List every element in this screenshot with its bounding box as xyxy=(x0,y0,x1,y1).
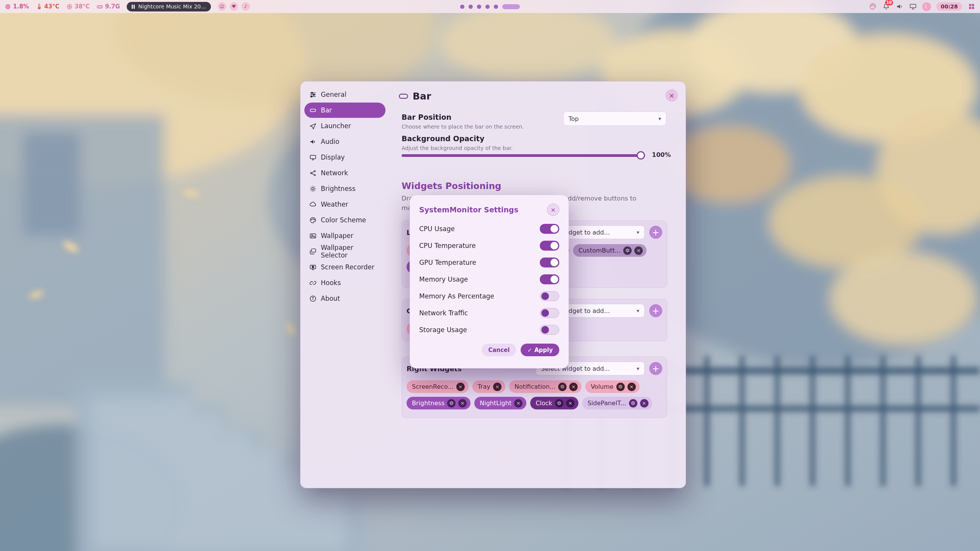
chip-remove-icon[interactable]: × xyxy=(456,383,465,391)
sidebar-item-network[interactable]: Network xyxy=(304,165,385,181)
slider-handle[interactable] xyxy=(637,151,645,160)
chip-remove-icon[interactable]: × xyxy=(458,399,467,408)
workspace-dot[interactable] xyxy=(494,5,498,9)
workspace-dot[interactable] xyxy=(477,5,481,9)
bar-position-dropdown[interactable]: Top ▾ xyxy=(563,111,666,126)
chip-label: CustomButt... xyxy=(578,247,621,254)
sidebar-item-bar[interactable]: Bar xyxy=(304,103,385,118)
sidebar-item-color-scheme[interactable]: Color Scheme xyxy=(304,212,385,228)
color-picker-button[interactable] xyxy=(869,3,877,11)
display-button[interactable] xyxy=(909,3,917,11)
memory-value: 9.7G xyxy=(105,3,120,10)
chip-remove-icon[interactable]: × xyxy=(566,399,575,408)
cpu-icon xyxy=(5,3,11,10)
workspace-dot[interactable] xyxy=(469,5,473,9)
chip-remove-icon[interactable]: × xyxy=(569,383,578,391)
notifications-button[interactable]: 10 xyxy=(882,3,890,11)
chip-label: Clock xyxy=(536,399,552,407)
toggle-row-storage-usage: Storage Usage xyxy=(419,321,559,338)
check-icon: ✓ xyxy=(527,347,532,354)
apply-button[interactable]: ✓ Apply xyxy=(521,344,559,356)
chip-label: Tray xyxy=(478,383,490,390)
sidebar-item-general[interactable]: General xyxy=(304,87,385,102)
widget-chip-clock[interactable]: Clock⚙× xyxy=(530,397,578,409)
bar-quick-button-2[interactable]: ♥ xyxy=(230,2,238,11)
toggle-memory-as-percentage[interactable] xyxy=(540,291,559,301)
sidebar-item-screen-recorder[interactable]: Screen Recorder xyxy=(304,259,385,275)
sidebar-item-label: Weather xyxy=(321,201,348,208)
chip-remove-icon[interactable]: × xyxy=(640,399,648,408)
chip-settings-icon[interactable]: ⚙ xyxy=(558,383,567,391)
bar-quick-button-3[interactable]: ♪ xyxy=(242,2,250,11)
memory-module[interactable]: 9.7G xyxy=(96,3,120,10)
workspace-dot[interactable] xyxy=(485,5,490,9)
window-close-button[interactable]: × xyxy=(665,89,678,102)
gpu-temp-module[interactable]: 38°C xyxy=(66,3,90,10)
chip-settings-icon[interactable]: ⚙ xyxy=(555,399,564,408)
slider-fill xyxy=(402,154,644,157)
sidebar-item-launcher[interactable]: Launcher xyxy=(304,118,385,134)
modal-close-button[interactable]: × xyxy=(547,204,559,216)
clock-module[interactable]: 00:28 xyxy=(936,2,962,11)
sidebar-item-wallpaper-selector[interactable]: Wallpaper Selector xyxy=(304,244,385,259)
chip-settings-icon[interactable]: ⚙ xyxy=(623,246,632,255)
sidebar-item-wallpaper[interactable]: Wallpaper xyxy=(304,228,385,243)
toggle-thumb xyxy=(550,276,558,283)
opacity-value: 100% xyxy=(652,151,671,158)
chip-settings-icon[interactable]: ⚙ xyxy=(629,399,637,408)
hook-icon xyxy=(309,279,317,287)
chip-settings-icon[interactable]: ⚙ xyxy=(616,383,625,391)
left-widgets-add-button[interactable]: + xyxy=(649,226,662,239)
sidebar-item-hooks[interactable]: Hooks xyxy=(304,275,385,290)
widget-chip-volume[interactable]: Volume⚙× xyxy=(585,380,640,393)
app-launcher-button[interactable] xyxy=(967,3,975,11)
toggle-thumb xyxy=(550,242,558,249)
chip-settings-icon[interactable]: ⚙ xyxy=(447,399,456,408)
chip-remove-icon[interactable]: × xyxy=(627,383,636,391)
chip-label: ScreenReco... xyxy=(412,383,454,390)
center-widgets-add-button[interactable]: + xyxy=(649,304,662,317)
cancel-button[interactable]: Cancel xyxy=(482,344,516,356)
toggle-storage-usage[interactable] xyxy=(540,325,559,335)
status-bar: 1.8% 43°C 38°C 9.7G Nightcore Music Mix … xyxy=(0,0,980,13)
widget-chip-brightness[interactable]: Brightness⚙× xyxy=(407,397,470,409)
sidebar-item-about[interactable]: About xyxy=(304,291,385,306)
network-icon xyxy=(309,170,317,177)
widget-chip-sidepanelt[interactable]: SidePanelT...⚙× xyxy=(582,397,652,409)
bar-quick-button-1[interactable]: ☺ xyxy=(218,2,226,11)
toggle-cpu-usage[interactable] xyxy=(540,224,559,234)
widgets-positioning-title: Widgets Positioning xyxy=(402,181,501,191)
chip-remove-icon[interactable]: × xyxy=(514,399,523,408)
widget-chip-screenreco[interactable]: ScreenReco...× xyxy=(407,380,469,393)
toggle-cpu-temperature[interactable] xyxy=(540,241,559,251)
toggle-thumb xyxy=(541,309,549,317)
chip-remove-icon[interactable]: × xyxy=(634,246,643,255)
sidebar-item-brightness[interactable]: Brightness xyxy=(304,181,385,196)
cpu-temp-module[interactable]: 43°C xyxy=(36,3,59,10)
sidebar-item-audio[interactable]: Audio xyxy=(304,134,385,149)
toggle-gpu-temperature[interactable] xyxy=(540,258,559,267)
toggle-memory-usage[interactable] xyxy=(540,274,559,284)
opacity-slider[interactable] xyxy=(402,152,644,159)
bar-quick-buttons: ☺♥♪ xyxy=(218,2,250,11)
night-light-toggle[interactable]: ☾ xyxy=(922,2,931,11)
media-player-module[interactable]: Nightcore Music Mix 20... xyxy=(127,2,211,11)
palette-icon xyxy=(309,217,317,224)
cpu-usage-module[interactable]: 1.8% xyxy=(5,3,29,10)
toggle-row-gpu-temperature: GPU Temperature xyxy=(419,254,559,271)
images-icon xyxy=(309,248,317,255)
widget-chip-notification[interactable]: Notification...⚙× xyxy=(509,380,581,393)
volume-button[interactable] xyxy=(895,3,903,11)
sidebar-item-label: Display xyxy=(321,153,345,161)
sidebar-item-weather[interactable]: Weather xyxy=(304,197,385,212)
widget-chip-custombutt[interactable]: CustomButt...⚙× xyxy=(573,244,647,257)
widget-chip-nightlight[interactable]: NightLight× xyxy=(474,397,526,409)
chip-remove-icon[interactable]: × xyxy=(493,383,501,391)
right-widgets-add-button[interactable]: + xyxy=(649,362,662,375)
workspace-active-pill[interactable] xyxy=(502,4,520,9)
widget-chip-tray[interactable]: Tray× xyxy=(472,380,505,393)
sidebar-item-display[interactable]: Display xyxy=(304,150,385,165)
cpu-usage-value: 1.8% xyxy=(13,3,29,10)
workspace-dot[interactable] xyxy=(460,5,464,9)
toggle-network-traffic[interactable] xyxy=(540,308,559,318)
